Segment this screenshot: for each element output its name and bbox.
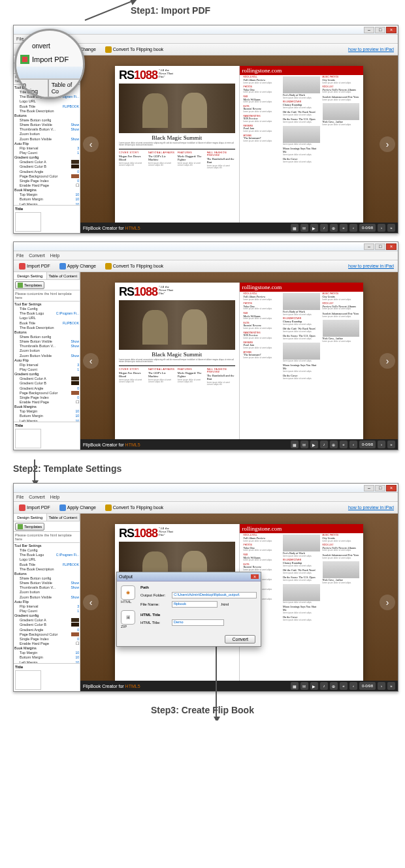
flipbook[interactable]: RS1088"All the News That Fits" Black Mag…: [115, 283, 363, 439]
pdf-icon: [19, 263, 25, 270]
prev-page-button[interactable]: ‹: [83, 353, 99, 369]
minimize-button[interactable]: –: [364, 485, 374, 491]
output-folder-input[interactable]: C:\Users\Admin\Desktop\flipbook_output\: [172, 592, 257, 598]
share-button[interactable]: ✉: [300, 441, 308, 448]
share-button[interactable]: ✉: [300, 682, 308, 690]
apply-icon: [59, 263, 66, 270]
autoflip-button[interactable]: ▶: [310, 224, 318, 232]
last-page-button[interactable]: »: [387, 441, 395, 448]
menu-convert[interactable]: Convert: [29, 253, 45, 258]
ipad-preview-link[interactable]: how to preview in iPad: [348, 47, 394, 52]
next-button[interactable]: ›: [378, 682, 385, 690]
zoom-button[interactable]: ⊕: [330, 441, 338, 448]
prev-button[interactable]: ‹: [349, 441, 357, 448]
arrow-step3: [216, 642, 217, 721]
book-preview: ‹ › RS1088"All the News That Fits" Black…: [80, 272, 398, 450]
menu-bar: File Convert Help: [14, 251, 398, 260]
prev-button[interactable]: ‹: [349, 224, 357, 232]
minimize-button[interactable]: –: [364, 243, 374, 250]
thumbnails-button[interactable]: ▦: [291, 224, 299, 232]
maximize-button[interactable]: □: [375, 243, 385, 250]
apply-change-button[interactable]: Apply Change: [57, 262, 99, 271]
prev-page-button[interactable]: ‹: [83, 595, 99, 610]
tab-toc[interactable]: Table of Content: [47, 514, 80, 521]
templates-icon: [18, 283, 23, 288]
zoom-button[interactable]: ⊕: [330, 682, 338, 690]
dialog-convert-button[interactable]: Convert: [225, 635, 255, 643]
templates-button[interactable]: Templates: [15, 523, 44, 531]
settings-tree[interactable]: Tool Bar Settings Title Config The Book …: [14, 302, 80, 422]
prev-page-button[interactable]: ‹: [83, 136, 99, 152]
filename-input[interactable]: flipbook: [172, 601, 218, 608]
autoflip-button[interactable]: ▶: [310, 441, 318, 448]
thumbnails-button[interactable]: ▦: [291, 682, 299, 690]
dialog-title: Output: [119, 574, 133, 579]
cover-photo: [119, 84, 235, 133]
prev-button[interactable]: ‹: [349, 682, 357, 690]
import-pdf-button[interactable]: Import PDF: [16, 503, 53, 512]
last-page-button[interactable]: »: [387, 224, 395, 232]
next-page-button[interactable]: ›: [380, 595, 395, 610]
dialog-close-button[interactable]: ×: [251, 574, 259, 579]
close-button[interactable]: ×: [386, 243, 397, 250]
menu-convert[interactable]: Convert: [29, 495, 45, 499]
convert-button[interactable]: Convert To Flipping book: [103, 262, 166, 271]
close-button[interactable]: ×: [386, 27, 397, 33]
convert-button[interactable]: Convert To Flipping book: [103, 503, 166, 512]
tab-toc[interactable]: Table of Content: [47, 272, 80, 279]
html-title-input[interactable]: Demo: [172, 619, 224, 626]
sound-button[interactable]: ♪: [320, 682, 328, 690]
maximize-button[interactable]: □: [375, 485, 385, 491]
thumbnails-button[interactable]: ▦: [291, 441, 299, 448]
tab-design-setting[interactable]: Design Setting: [14, 272, 47, 279]
share-button[interactable]: ✉: [300, 224, 308, 232]
first-page-button[interactable]: «: [340, 441, 348, 448]
settings-tree[interactable]: Tool Bar Settings Title Config The Book …: [14, 543, 80, 663]
sound-button[interactable]: ♪: [320, 224, 328, 232]
sound-button[interactable]: ♪: [320, 441, 328, 448]
toolbar: Import PDF Apply Change Convert To Flipp…: [14, 260, 398, 272]
page-indicator: 0-0/98: [359, 441, 376, 448]
convert-icon: [105, 263, 112, 270]
settings-tree[interactable]: Tool Bar Settings Title Config The Book …: [14, 85, 80, 205]
first-page-button[interactable]: «: [340, 682, 348, 690]
toolbar: Import PDF Apply Change Convert To Flipp…: [14, 502, 398, 514]
close-button[interactable]: ×: [386, 485, 397, 491]
zoom-button[interactable]: ⊕: [330, 224, 338, 232]
next-page-button[interactable]: ›: [380, 136, 395, 152]
first-page-button[interactable]: «: [340, 224, 348, 232]
maximize-button[interactable]: □: [375, 27, 385, 33]
page-left: RS1088"All the News That Fits" Black Mag…: [115, 283, 240, 439]
step1-label: Step1: Import PDF: [0, 0, 405, 21]
templates-button[interactable]: Templates: [15, 281, 44, 289]
settings-sidebar: Design Setting Table of Content Template…: [14, 514, 80, 691]
menu-help[interactable]: Help: [50, 495, 59, 499]
titlebar: – □ ×: [14, 484, 398, 493]
next-page-button[interactable]: ›: [380, 353, 395, 369]
tab-design-setting[interactable]: Design Setting: [14, 514, 47, 521]
import-pdf-button[interactable]: Import PDF: [16, 262, 53, 271]
ipad-preview-link[interactable]: how to preview in iPad: [348, 264, 394, 268]
import-pdf-icon: [20, 55, 29, 64]
menu-file[interactable]: File: [16, 495, 24, 499]
last-page-button[interactable]: »: [387, 682, 395, 690]
output-html-option[interactable]: ◉: [121, 585, 135, 600]
convert-button[interactable]: Convert To Flipping book: [103, 45, 166, 54]
menu-help[interactable]: Help: [50, 253, 59, 258]
minimize-button[interactable]: –: [364, 27, 374, 33]
import-pdf-button-zoom[interactable]: Import PDF: [16, 52, 83, 67]
page-indicator: 0-0/98: [359, 224, 376, 232]
next-button[interactable]: ›: [378, 441, 385, 448]
titlebar: – □ ×: [14, 242, 398, 251]
flipbook[interactable]: RS1088"All the News That Fits" Black Mag…: [115, 66, 363, 223]
apply-change-button[interactable]: Apply Change: [57, 503, 99, 512]
settings-sidebar: Design Setting Table of Content Template…: [14, 272, 80, 450]
ipad-preview-link[interactable]: how to preview in iPad: [348, 505, 394, 510]
next-button[interactable]: ›: [378, 224, 385, 232]
menu-file[interactable]: File: [16, 253, 24, 258]
titlebar: – □ ×: [14, 25, 398, 35]
page-right: rollingstone.com ROCK & ROLLFall Album P…: [240, 66, 364, 223]
autoflip-button[interactable]: ▶: [310, 682, 318, 690]
output-zip-option[interactable]: ▣: [121, 610, 135, 625]
magnifier-zoom: onvert Import PDF gn Setting Table of Co: [14, 29, 85, 99]
